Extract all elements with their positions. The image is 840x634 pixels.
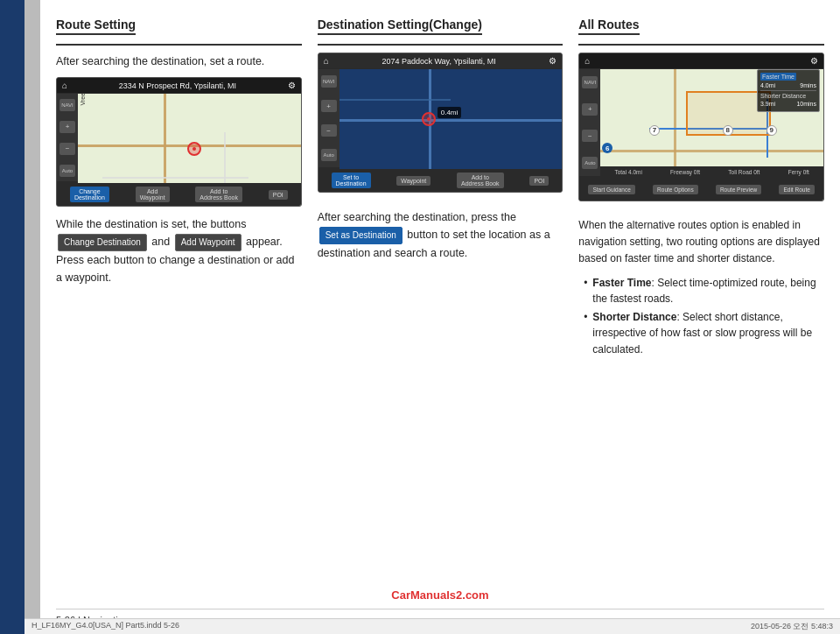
road-h2 bbox=[102, 177, 248, 179]
nav-btn-auto-routes: Auto bbox=[582, 157, 598, 169]
distance-badge-dest: 0.4mi bbox=[438, 107, 462, 118]
btn-edit-route[interactable]: Edit Route bbox=[779, 185, 814, 194]
btn-change-dest-inline: Change Destination bbox=[58, 234, 147, 251]
nav-left-panel-dest: NAVI + − Auto bbox=[318, 69, 340, 167]
nav-bottom-bar-routes: Start Guidance Route Options Route Previ… bbox=[579, 178, 823, 201]
nav-screen-routes: ⌂ ⚙ NAVI + − Auto bbox=[578, 53, 824, 201]
btn-change-dest[interactable]: ChangeDestination bbox=[70, 187, 109, 202]
col-destination-setting: Destination Setting(Change) ⌂ 2074 Paddo… bbox=[318, 18, 564, 580]
btn-route-preview[interactable]: Route Preview bbox=[716, 185, 761, 194]
btn-add-waypoint-inline: Add Waypoint bbox=[175, 234, 242, 251]
bullet-faster-time: Faster Time: Select time-optimized route… bbox=[584, 275, 824, 307]
location-pin-col1 bbox=[187, 142, 201, 156]
home-icon-routes: ⌂ bbox=[584, 56, 590, 66]
shorter-dist-values: 3.9mi 10mins bbox=[760, 101, 816, 107]
dest-setting-title: Destination Setting(Change) bbox=[318, 18, 482, 35]
nav-btn-navi: NAVI bbox=[60, 99, 75, 111]
shorter-time-val: 10mins bbox=[796, 101, 816, 107]
nav-btn-navi-dest: NAVI bbox=[321, 75, 337, 88]
num-label-8: 8 bbox=[723, 125, 733, 136]
route-setting-intro: After searching the destination, set a r… bbox=[56, 53, 302, 70]
num-label-9: 9 bbox=[766, 125, 777, 136]
nav-btn-zoom-in: + bbox=[60, 121, 75, 133]
btn-route-options[interactable]: Route Options bbox=[653, 185, 698, 194]
btn-add-waypoint[interactable]: AddWaypoint bbox=[136, 187, 170, 202]
nav-left-panel-col1: NAVI + − Auto bbox=[57, 94, 78, 181]
btn-add-address[interactable]: Add toAddress Book bbox=[195, 187, 242, 202]
map-dest: 0.4mi bbox=[340, 69, 563, 169]
faster-time-val: 9mins bbox=[800, 82, 816, 88]
nav-screen-col1: ⌂ 2334 N Prospect Rd, Ypsilanti, MI ⚙ NA… bbox=[56, 77, 302, 207]
btn-poi-dest[interactable]: POI bbox=[529, 176, 549, 186]
bullet-list: Faster Time: Select time-optimized route… bbox=[584, 275, 824, 360]
page-container: Route Setting After searching the destin… bbox=[0, 0, 840, 634]
file-info-bar: H_LF16MY_G4.0[USA_N] Part5.indd 5-26 201… bbox=[24, 618, 840, 634]
file-info-right: 2015-05-26 오전 5:48:3 bbox=[751, 621, 833, 632]
info-total: Total 4.0mi bbox=[614, 169, 641, 175]
bullet-shorter-title: Shorter Distance bbox=[592, 311, 676, 323]
info-toll: Toll Road 0ft bbox=[728, 169, 760, 175]
btn-set-dest-inline: Set as Destination bbox=[319, 227, 402, 244]
btn-poi[interactable]: POI bbox=[269, 190, 288, 200]
shorter-dist-row: Shorter Distance bbox=[760, 93, 816, 99]
btn-waypoint-dest[interactable]: Waypoint bbox=[396, 176, 430, 186]
nav-btn-auto-dest: Auto bbox=[321, 149, 337, 161]
info-ferry: Ferry 0ft bbox=[788, 169, 809, 175]
bullet-faster-title: Faster Time bbox=[592, 277, 651, 289]
bullet-shorter-dist: Shorter Distance: Select short distance,… bbox=[584, 309, 824, 358]
col-route-setting: Route Setting After searching the destin… bbox=[56, 18, 302, 580]
nav-screen-dest: ⌂ 2074 Paddock Way, Ypsilanti, MI ⚙ NAVI… bbox=[318, 53, 564, 193]
file-info-left: H_LF16MY_G4.0[USA_N] Part5.indd 5-26 bbox=[32, 621, 179, 632]
nav-btn-auto: Auto bbox=[60, 165, 75, 177]
col-all-routes: All Routes ⌂ ⚙ NAVI + − Auto bbox=[578, 18, 824, 580]
shorter-dist-label: Shorter Distance bbox=[760, 93, 806, 99]
dest-setting-desc: After searching the destination, press t… bbox=[318, 208, 564, 262]
shorter-dist-val: 3.9mi bbox=[760, 101, 775, 107]
btn-start-guidance[interactable]: Start Guidance bbox=[588, 185, 634, 194]
faster-time-row: Faster Time bbox=[760, 73, 816, 81]
nav-bottom-bar-dest: Set toDestination Waypoint Add toAddress… bbox=[318, 169, 563, 192]
main-content: Route Setting After searching the destin… bbox=[40, 0, 840, 634]
settings-icon: ⚙ bbox=[288, 81, 296, 90]
nav-btn-zoom-out-routes: − bbox=[582, 130, 598, 142]
faster-dist: 4.0mi bbox=[760, 82, 775, 88]
nav-btn-zoom-in-routes: + bbox=[582, 103, 598, 116]
home-icon-dest: ⌂ bbox=[324, 56, 329, 66]
nav-screen-routes-topbar: ⌂ ⚙ bbox=[579, 53, 823, 68]
nav-btn-zoom-in-dest: + bbox=[321, 100, 337, 112]
btn-set-dest[interactable]: Set toDestination bbox=[332, 173, 371, 188]
road-h-dest2 bbox=[340, 99, 451, 101]
route-option-panel: Faster Time 4.0mi 9mins Shorter Distance… bbox=[757, 69, 820, 112]
nav-btn-zoom-out: − bbox=[60, 143, 75, 155]
faster-time-values: 4.0mi 9mins bbox=[760, 82, 816, 88]
road-h-dest1 bbox=[340, 119, 563, 122]
btn-address-book-dest[interactable]: Add toAddress Book bbox=[457, 173, 504, 188]
settings-icon-dest: ⚙ bbox=[549, 56, 556, 66]
sidebar-gray bbox=[24, 0, 40, 634]
nav-screen-col1-topbar: ⌂ 2334 N Prospect Rd, Ypsilanti, MI ⚙ bbox=[57, 78, 301, 93]
nav-left-panel-routes: NAVI + − Auto bbox=[579, 69, 600, 176]
nav-bottom-bar-col1: ChangeDestination AddWaypoint Add toAddr… bbox=[57, 183, 301, 206]
nav-screen-dest-topbar: ⌂ 2074 Paddock Way, Ypsilanti, MI ⚙ bbox=[318, 53, 563, 68]
settings-icon-routes: ⚙ bbox=[810, 56, 818, 66]
num-label-7: 7 bbox=[649, 125, 660, 136]
route-setting-title: Route Setting bbox=[56, 18, 136, 35]
faster-time-label: Faster Time bbox=[760, 73, 796, 81]
info-freeway: Freeway 0ft bbox=[670, 169, 700, 175]
sidebar-blue bbox=[0, 0, 24, 634]
route-setting-desc1: While the destination is set, the button… bbox=[56, 215, 302, 286]
nav-btn-navi-routes: NAVI bbox=[582, 76, 598, 88]
route-divider bbox=[760, 90, 816, 91]
home-icon: ⌂ bbox=[62, 81, 67, 90]
location-pin-dest bbox=[422, 112, 436, 126]
nav-btn-zoom-out-dest: − bbox=[321, 124, 337, 137]
nav-address-col1: 2334 N Prospect Rd, Ypsilanti, MI bbox=[119, 81, 236, 90]
all-routes-title: All Routes bbox=[578, 18, 639, 35]
watermark: CarManuals2.com bbox=[56, 588, 824, 602]
nav-info-bar-routes: Total 4.0mi Freeway 0ft Toll Road 0ft Fe… bbox=[600, 166, 823, 178]
nav-address-dest: 2074 Paddock Way, Ypsilanti, MI bbox=[382, 57, 495, 66]
columns: Route Setting After searching the destin… bbox=[56, 18, 824, 580]
road-h-routes1 bbox=[600, 150, 824, 152]
all-routes-desc: When the alternative routes option is en… bbox=[578, 217, 824, 268]
